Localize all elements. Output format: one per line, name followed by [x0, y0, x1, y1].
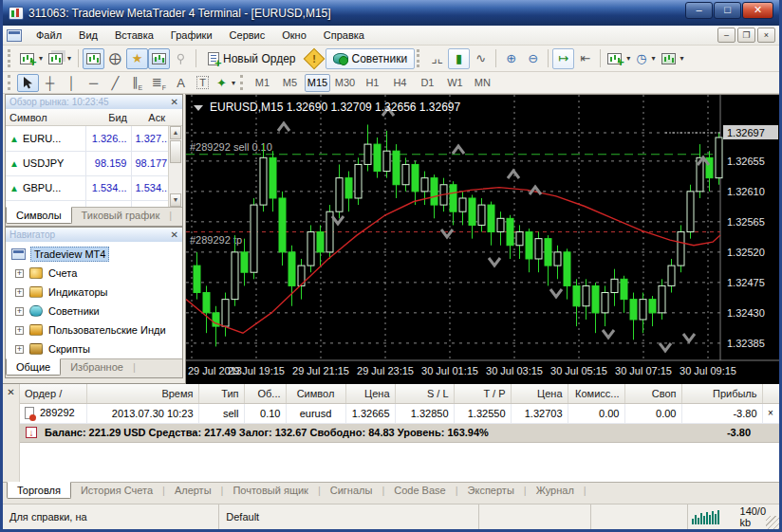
timeframe-m1[interactable]: M1: [250, 74, 275, 92]
mdi-close-button[interactable]: ×: [757, 28, 775, 43]
zoom-in-button[interactable]: ⊕: [500, 48, 522, 69]
menu-item-4[interactable]: Сервис: [221, 28, 274, 43]
market-watch-close-icon[interactable]: ✕: [171, 98, 178, 107]
timeframe-h4[interactable]: H4: [387, 74, 413, 92]
periods-button[interactable]: ◷▾: [633, 48, 658, 69]
status-profile[interactable]: Default: [219, 504, 479, 529]
arrows-tool-button[interactable]: ✦▾: [214, 74, 238, 92]
resize-grip[interactable]: [766, 516, 779, 529]
column-6[interactable]: S / L: [395, 384, 454, 403]
navigator-tab-0[interactable]: Общие: [6, 358, 61, 376]
terminal-tab-0[interactable]: Торговля: [7, 482, 71, 499]
vertical-line-tool-button[interactable]: │: [61, 74, 83, 92]
timeframe-m30[interactable]: M30: [332, 74, 358, 92]
auto-scroll-button[interactable]: ↦: [552, 48, 574, 69]
column-1[interactable]: Время: [86, 384, 198, 403]
column-0[interactable]: Ордер /: [20, 384, 86, 403]
toolbar-grip[interactable]: [8, 75, 13, 89]
market-watch-tab-0[interactable]: Символы: [6, 207, 72, 224]
column-4[interactable]: Символ: [286, 384, 345, 403]
expand-icon[interactable]: +: [15, 326, 24, 335]
column-symbol[interactable]: Символ: [6, 112, 85, 123]
text-label-tool-button[interactable]: T: [192, 74, 214, 92]
chart-window-icon[interactable]: [7, 29, 22, 42]
cursor-tool-button[interactable]: [17, 74, 39, 92]
minimize-button[interactable]: –: [685, 2, 713, 19]
terminal-close-icon[interactable]: ✕: [7, 387, 14, 397]
expand-icon[interactable]: +: [15, 345, 24, 354]
column-9[interactable]: Комисс...: [568, 384, 624, 403]
crosshair-tool-button[interactable]: ┼: [39, 74, 61, 92]
line-chart-mode-button[interactable]: ∿: [470, 48, 492, 69]
channel-tool-button[interactable]: ∥E: [126, 74, 148, 92]
column-8[interactable]: Цена: [511, 384, 568, 403]
close-position-icon[interactable]: ×: [762, 403, 779, 423]
expand-icon[interactable]: +: [15, 269, 24, 278]
navigator-item-advisors[interactable]: +Советники: [6, 302, 182, 321]
autotrading-warning-button[interactable]: [304, 48, 326, 69]
terminal-tab-6[interactable]: Эксперты: [458, 483, 524, 498]
chart-shift-button[interactable]: ⇤: [574, 48, 596, 69]
terminal-tab-2[interactable]: Алерты: [165, 483, 221, 498]
column-3[interactable]: Об...: [244, 384, 286, 403]
timeframe-d1[interactable]: D1: [415, 74, 440, 92]
terminal-tab-4[interactable]: Сигналы: [321, 483, 382, 498]
expand-icon[interactable]: +: [15, 288, 24, 297]
zoom-out-button[interactable]: ⊖: [522, 48, 544, 69]
text-tool-button[interactable]: A: [170, 74, 192, 92]
terminal-tab-3[interactable]: Почтовый ящик: [223, 483, 317, 498]
indicators-button[interactable]: +▾: [605, 48, 633, 69]
maximize-button[interactable]: □: [714, 2, 741, 19]
new-order-button[interactable]: +Новый Ордер: [200, 48, 303, 69]
market-watch-titlebar[interactable]: Обзор рынка: 10:23:45 ✕: [6, 95, 182, 109]
market-watch-row[interactable]: ▲USDJPY98.15998.177: [6, 151, 170, 175]
fibonacci-tool-button[interactable]: ≣F: [148, 74, 170, 92]
column-5[interactable]: Цена: [345, 384, 395, 403]
scroll-down-icon[interactable]: ▼: [170, 193, 181, 207]
scroll-thumb[interactable]: [170, 140, 181, 163]
navigator-close-icon[interactable]: ✕: [171, 230, 178, 240]
market-watch-row[interactable]: ▲GBPU...1.534...1.534...: [6, 175, 170, 200]
menu-item-5[interactable]: Окно: [273, 28, 315, 43]
timeframe-mn[interactable]: MN: [470, 74, 495, 92]
navigator-item-custom[interactable]: +Пользовательские Инди: [6, 321, 182, 339]
profiles-button[interactable]: ▾: [46, 48, 74, 69]
toolbar-grip[interactable]: [8, 49, 13, 67]
timeframe-m15[interactable]: M15: [305, 74, 330, 92]
mdi-restore-button[interactable]: ❐: [737, 28, 755, 43]
menu-item-0[interactable]: Файл: [28, 28, 70, 43]
market-watch-row[interactable]: ▲EURU...1.326...1.327...: [6, 126, 170, 151]
column-2[interactable]: Тип: [198, 384, 244, 403]
toolbar-grip[interactable]: [417, 49, 422, 67]
terminal-tab-5[interactable]: Code Base: [384, 483, 455, 498]
terminal-toggle[interactable]: [148, 48, 170, 69]
column-bid[interactable]: Бид: [85, 112, 131, 123]
new-chart-button[interactable]: +▾: [17, 48, 46, 69]
market-watch-row[interactable]: ▲USDC...0.930...0.930...: [6, 200, 170, 207]
mdi-minimize-button[interactable]: –: [717, 28, 735, 43]
navigator-item-scripts[interactable]: +Скрипты: [6, 339, 182, 358]
navigator-titlebar[interactable]: Навигатор ✕: [6, 228, 182, 242]
price-chart[interactable]: 1.326971.326551.326101.325651.325201.324…: [186, 95, 780, 384]
scroll-up-icon[interactable]: ▲: [170, 126, 181, 139]
horizontal-line-tool-button[interactable]: ─: [83, 74, 104, 92]
timeframe-h1[interactable]: H1: [360, 74, 385, 92]
toolbar-grip[interactable]: [240, 75, 246, 89]
market-watch-toggle[interactable]: [83, 48, 104, 69]
column-11[interactable]: Прибыль: [681, 384, 762, 403]
candle-chart-mode-button[interactable]: ▮: [448, 48, 470, 69]
expert-advisors-button[interactable]: Советники: [326, 48, 416, 69]
expand-icon[interactable]: +: [15, 307, 24, 316]
column-ask[interactable]: Аск: [131, 112, 169, 123]
navigator-item-indicators[interactable]: +Индикаторы: [6, 283, 182, 302]
navigator-tab-1[interactable]: Избранное: [61, 359, 133, 375]
column-7[interactable]: T / P: [454, 384, 511, 403]
navigator-item-accounts[interactable]: +Счета: [6, 264, 182, 283]
market-watch-scrollbar[interactable]: ▲ ▼: [168, 126, 182, 207]
templates-button[interactable]: ▾: [659, 48, 687, 69]
menu-item-2[interactable]: Вставка: [106, 28, 162, 43]
menu-item-1[interactable]: Вид: [70, 28, 106, 43]
column-10[interactable]: Своп: [624, 384, 681, 403]
terminal-tab-7[interactable]: Журнал: [527, 483, 584, 498]
menu-item-6[interactable]: Справка: [315, 28, 373, 43]
